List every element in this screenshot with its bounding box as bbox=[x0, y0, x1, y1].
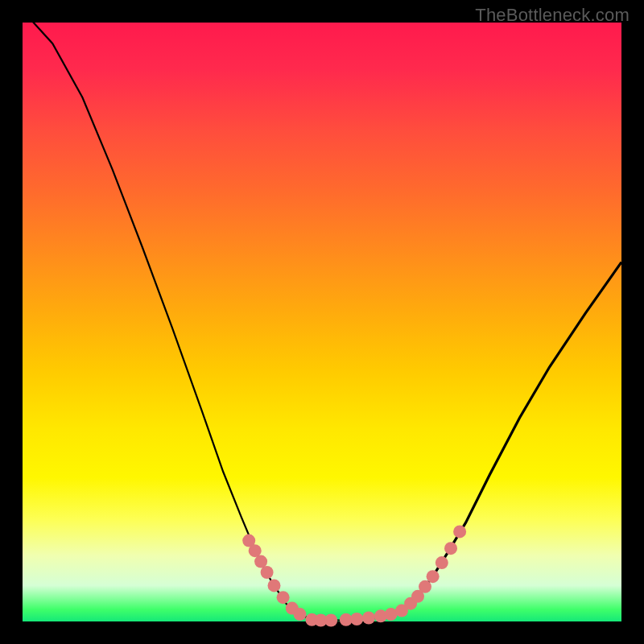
curve-group bbox=[23, 10, 621, 620]
marker-floor bbox=[324, 614, 337, 627]
plot-area bbox=[23, 23, 621, 621]
marker-left bbox=[249, 544, 262, 557]
marker-floor bbox=[350, 613, 363, 625]
marker-left bbox=[268, 579, 281, 592]
marker-right bbox=[436, 556, 448, 569]
marker-right bbox=[419, 580, 431, 593]
marker-group bbox=[242, 525, 466, 626]
marker-right bbox=[427, 570, 440, 583]
marker-right bbox=[444, 542, 457, 555]
marker-left bbox=[294, 608, 307, 621]
curve-svg bbox=[23, 23, 621, 621]
left-descent-line bbox=[23, 10, 298, 616]
chart-container: TheBottleneck.com bbox=[0, 0, 644, 644]
marker-floor bbox=[362, 612, 375, 625]
right-ascent-line bbox=[406, 262, 621, 609]
marker-right bbox=[453, 525, 466, 538]
marker-left bbox=[254, 555, 267, 568]
marker-left bbox=[277, 591, 290, 604]
marker-left bbox=[261, 566, 274, 579]
